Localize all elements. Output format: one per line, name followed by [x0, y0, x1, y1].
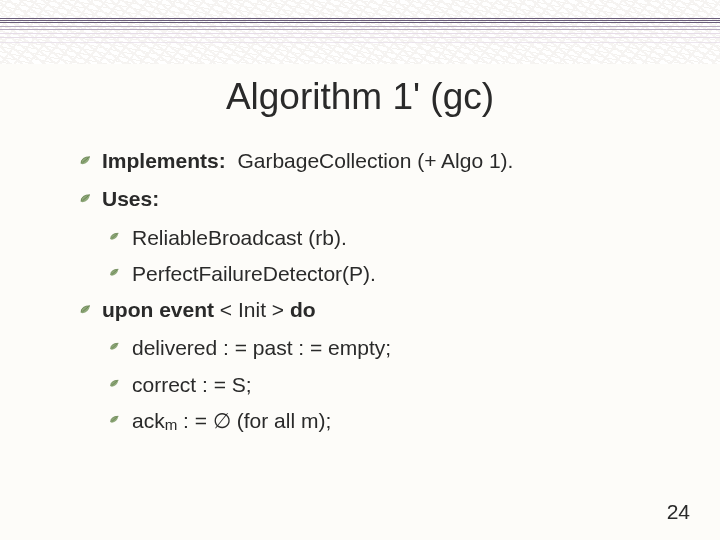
top-band [0, 0, 720, 64]
uses-label: Uses: [102, 187, 159, 210]
leaf-icon [108, 266, 121, 279]
do-keyword: do [290, 298, 316, 321]
leaf-icon [108, 413, 121, 426]
upon-event-name: < Init > [214, 298, 290, 321]
bullet-body-line: correct : = S; [108, 372, 678, 398]
ack-post: : = ∅ (for all m); [177, 409, 331, 432]
leaf-icon [108, 340, 121, 353]
leaf-icon [78, 302, 93, 317]
bullet-uses-item: ReliableBroadcast (rb). [108, 225, 678, 251]
upon-keyword: upon event [102, 298, 214, 321]
bullet-uses-item: PerfectFailureDetector(P). [108, 261, 678, 287]
ack-pre: ack [132, 409, 165, 432]
bullet-implements: Implements: GarbageCollection (+ Algo 1)… [78, 148, 678, 174]
bullet-upon-event: upon event < Init > do [78, 297, 678, 323]
uses-item-text: ReliableBroadcast (rb). [132, 226, 347, 249]
paper-texture [0, 0, 720, 64]
content-area: Implements: GarbageCollection (+ Algo 1)… [78, 138, 678, 445]
implements-label: Implements: [102, 149, 226, 172]
bullet-body-line: delivered : = past : = empty; [108, 335, 678, 361]
bullet-body-line: ackm : = ∅ (for all m); [108, 408, 678, 435]
slide: Algorithm 1' (gc) Implements: GarbageCol… [0, 0, 720, 540]
page-number: 24 [667, 500, 690, 524]
ack-sub: m [165, 416, 178, 433]
bullet-uses: Uses: [78, 186, 678, 212]
body-text: delivered : = past : = empty; [132, 336, 391, 359]
body-text: correct : = S; [132, 373, 252, 396]
slide-title: Algorithm 1' (gc) [0, 76, 720, 118]
uses-item-text: PerfectFailureDetector(P). [132, 262, 376, 285]
implements-value: GarbageCollection (+ Algo 1). [237, 149, 513, 172]
leaf-icon [78, 191, 93, 206]
leaf-icon [108, 377, 121, 390]
leaf-icon [78, 153, 93, 168]
leaf-icon [108, 230, 121, 243]
